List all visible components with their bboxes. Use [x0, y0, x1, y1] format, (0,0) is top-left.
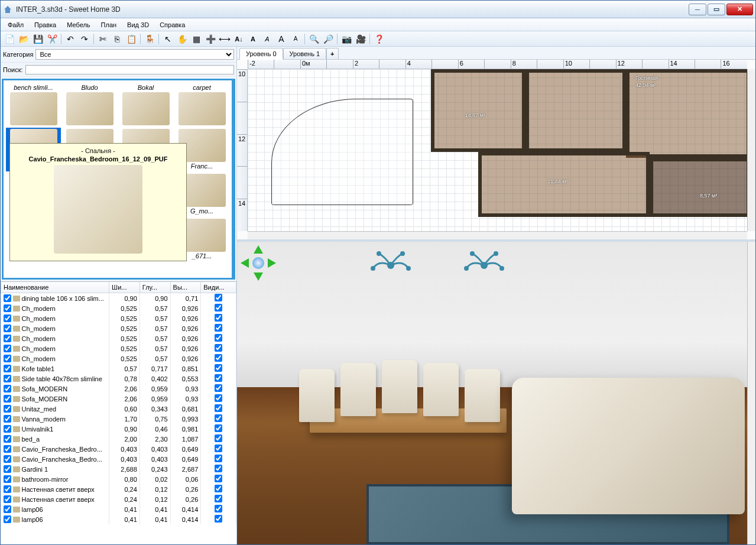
row-checkbox[interactable] [4, 294, 11, 302]
table-row[interactable]: Ch_modern0,5250,570,926 [1, 303, 236, 313]
text-size-icon[interactable]: A [275, 33, 288, 46]
table-row[interactable]: bed_a2,002,301,087 [1, 434, 236, 444]
catalog-item[interactable]: Bludo [62, 83, 117, 126]
row-checkbox[interactable] [4, 445, 11, 453]
table-row[interactable]: lamp060,410,410,414 [1, 504, 236, 514]
visible-checkbox[interactable] [215, 424, 222, 432]
visible-checkbox[interactable] [215, 495, 222, 502]
col-visible[interactable]: Види... [201, 282, 236, 293]
table-row[interactable]: Sofa_MODERN2,060,9590,93 [1, 394, 236, 404]
nav-up-icon[interactable] [254, 245, 263, 254]
col-name[interactable]: Наименование [1, 282, 109, 293]
table-row[interactable]: Unitaz_med0,600,3430,681 [1, 404, 236, 414]
room-icon[interactable]: ➕ [204, 33, 217, 46]
row-checkbox[interactable] [4, 325, 11, 332]
row-checkbox[interactable] [4, 365, 11, 372]
dimension-icon[interactable]: ⟷ [218, 33, 231, 46]
text-bold-icon[interactable]: A [246, 33, 259, 46]
visible-checkbox[interactable] [215, 314, 222, 322]
row-checkbox[interactable] [4, 395, 11, 403]
text-small-icon[interactable]: A [289, 33, 302, 46]
plan-room-kitchen[interactable] [525, 69, 626, 152]
tab-add-level[interactable]: + [326, 48, 338, 59]
table-row[interactable]: Side table 40x78cm slimline0,780,4020,55… [1, 374, 236, 384]
visible-checkbox[interactable] [215, 304, 222, 312]
row-checkbox[interactable] [4, 505, 11, 513]
zoom-out-icon[interactable]: 🔎 [322, 33, 335, 46]
plan-scrollbar-h[interactable] [248, 231, 747, 239]
row-checkbox[interactable] [4, 495, 11, 503]
minimize-button[interactable]: ─ [689, 4, 706, 15]
row-checkbox[interactable] [4, 375, 11, 382]
visible-checkbox[interactable] [215, 465, 222, 472]
furniture-list[interactable]: Наименование Ши... Глу... Вы... Види... … [1, 281, 236, 544]
row-checkbox[interactable] [4, 415, 11, 423]
visible-checkbox[interactable] [215, 394, 222, 402]
paste-icon[interactable]: 📋 [125, 33, 138, 46]
plan-scrollbar-v[interactable] [747, 69, 755, 231]
row-checkbox[interactable] [4, 335, 11, 342]
undo-icon[interactable]: ↶ [64, 33, 77, 46]
table-row[interactable]: Vanna_modern1,700,750,993 [1, 414, 236, 424]
search-input[interactable] [25, 65, 234, 74]
col-height[interactable]: Вы... [170, 282, 201, 293]
video-icon[interactable]: 🎥 [354, 33, 367, 46]
nav-left-icon[interactable] [241, 258, 249, 268]
furniture-catalog[interactable]: bench slimli... Bludo Bokal carpet Ca...… [2, 79, 235, 280]
table-row[interactable]: Sofa_MODERN2,060,9590,93 [1, 384, 236, 394]
photo-icon[interactable]: 📷 [340, 33, 353, 46]
menu-plan[interactable]: План [96, 20, 122, 30]
row-checkbox[interactable] [4, 314, 11, 322]
row-checkbox[interactable] [4, 515, 11, 523]
category-select[interactable]: Все [35, 49, 234, 60]
text-italic-icon[interactable]: A [261, 33, 274, 46]
visible-checkbox[interactable] [215, 374, 222, 382]
row-checkbox[interactable] [4, 485, 11, 493]
plan-room-living[interactable]: Гостиная 42,04 м² [626, 69, 750, 158]
table-row[interactable]: Umivalnik10,900,460,981 [1, 424, 236, 434]
menu-view3d[interactable]: Вид 3D [122, 20, 154, 30]
plan-room-4[interactable]: 8,57 м² [650, 158, 750, 217]
view-3d[interactable] [237, 242, 755, 544]
table-row[interactable]: Kofe table10,570,7170,851 [1, 364, 236, 374]
menu-edit[interactable]: Правка [30, 20, 61, 30]
pan-icon[interactable]: ✋ [176, 33, 189, 46]
cut-icon[interactable]: ✄ [96, 33, 109, 46]
row-checkbox[interactable] [4, 345, 11, 352]
visible-checkbox[interactable] [215, 364, 222, 372]
row-checkbox[interactable] [4, 304, 11, 312]
visible-checkbox[interactable] [215, 515, 222, 523]
visible-checkbox[interactable] [215, 294, 222, 301]
row-checkbox[interactable] [4, 355, 11, 362]
table-row[interactable]: Gardini 12,6880,2432,687 [1, 464, 236, 474]
table-row[interactable]: Cavio_Francheska_Bedro...0,4030,4030,649 [1, 454, 236, 464]
nav-center-icon[interactable] [252, 257, 264, 269]
select-icon[interactable]: ↖ [161, 33, 174, 46]
table-row[interactable]: Ch_modern0,5250,570,926 [1, 323, 236, 333]
row-checkbox[interactable] [4, 405, 11, 413]
preferences-icon[interactable]: ✂️ [46, 33, 59, 46]
table-row[interactable]: Настенная светит вверх0,240,120,26 [1, 484, 236, 494]
visible-checkbox[interactable] [215, 404, 222, 412]
tab-level-0[interactable]: Уровень 0 [239, 48, 283, 60]
open-icon[interactable]: 📂 [17, 33, 30, 46]
new-icon[interactable]: 📄 [3, 33, 16, 46]
add-furniture-icon[interactable]: 🪑 [143, 33, 156, 46]
table-row[interactable]: Настенная светит вверх0,240,120,26 [1, 494, 236, 504]
table-row[interactable]: dining table 106 x 106 slim...0,900,900,… [1, 293, 236, 304]
visible-checkbox[interactable] [215, 485, 222, 492]
redo-icon[interactable]: ↷ [78, 33, 91, 46]
row-checkbox[interactable] [4, 385, 11, 392]
plan-room-center[interactable]: 21,44 м² [478, 152, 650, 217]
zoom-in-icon[interactable]: 🔍 [307, 33, 320, 46]
3d-scrollbar-v[interactable] [747, 242, 755, 544]
visible-checkbox[interactable] [215, 334, 222, 342]
table-row[interactable]: Ch_modern0,5250,570,926 [1, 313, 236, 323]
text-icon[interactable]: A↓ [232, 33, 245, 46]
visible-checkbox[interactable] [215, 414, 222, 422]
visible-checkbox[interactable] [215, 324, 222, 332]
wall-icon[interactable]: ▦ [190, 33, 203, 46]
tab-level-1[interactable]: Уровень 1 [283, 48, 327, 59]
table-row[interactable]: lamp060,410,410,414 [1, 514, 236, 524]
table-row[interactable]: Ch_modern0,5250,570,926 [1, 333, 236, 343]
